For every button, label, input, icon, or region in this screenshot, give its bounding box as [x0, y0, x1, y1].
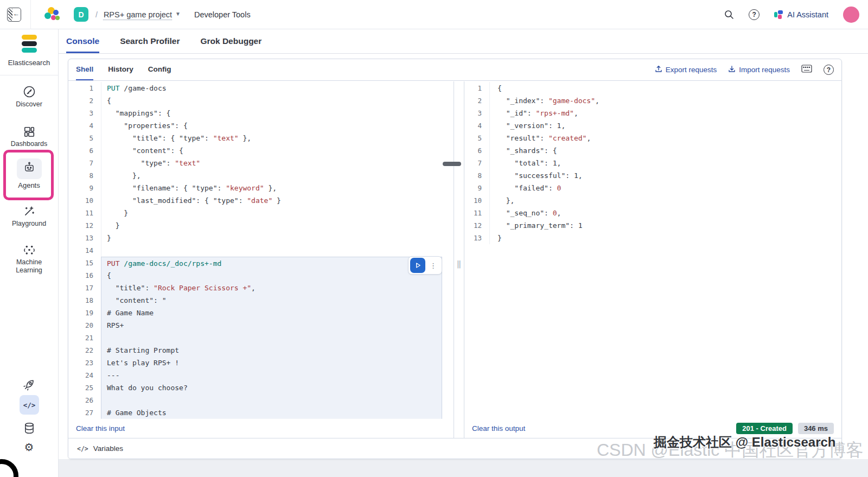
- editor-scrollbar-thumb[interactable]: [443, 162, 461, 166]
- tab-history[interactable]: History: [108, 59, 133, 80]
- code-text[interactable]: What do you choose?: [101, 381, 442, 394]
- code-text[interactable]: "content": {: [101, 144, 442, 157]
- elastic-logo-icon[interactable]: [44, 7, 60, 22]
- code-text[interactable]: }: [101, 207, 442, 219]
- code-text[interactable]: "total": 1,: [489, 157, 841, 169]
- line-number: 8: [68, 169, 101, 182]
- code-text[interactable]: {: [489, 82, 841, 94]
- code-text[interactable]: [101, 244, 442, 257]
- code-text[interactable]: "title": "Rock Paper Scissors +",: [101, 282, 442, 294]
- code-text[interactable]: }: [101, 219, 442, 232]
- tab-grok-debugger[interactable]: Grok Debugger: [200, 29, 261, 53]
- sidebar-item-data[interactable]: [0, 421, 58, 435]
- line-number: 27: [68, 406, 101, 419]
- line-number: 11: [464, 207, 489, 219]
- compass-icon: [0, 85, 58, 99]
- deployment-badge[interactable]: D: [74, 7, 88, 22]
- code-text[interactable]: PUT /game-docs: [101, 82, 442, 94]
- export-requests-button[interactable]: Export requests: [655, 65, 717, 74]
- code-text[interactable]: "content": ": [101, 294, 442, 307]
- sidebar-item-playground[interactable]: [0, 204, 58, 218]
- sidebar-item-dev-tools-active[interactable]: </>: [20, 395, 39, 415]
- line-number: 8: [464, 169, 489, 182]
- code-text[interactable]: "last_modified": { "type": "date" }: [101, 194, 442, 207]
- breadcrumb-project[interactable]: RPS+ game project: [104, 10, 172, 19]
- code-text[interactable]: }: [101, 232, 442, 244]
- code-text[interactable]: },: [101, 169, 442, 182]
- code-text[interactable]: [101, 394, 442, 406]
- code-line: 11 "_seq_no": 0,: [464, 207, 841, 219]
- code-text[interactable]: "_version": 1,: [489, 119, 841, 132]
- tab-config[interactable]: Config: [148, 59, 171, 80]
- code-text[interactable]: "_id": "rps+-md",: [489, 107, 841, 119]
- pane-resizer-handle[interactable]: ‖: [454, 253, 464, 275]
- code-text[interactable]: ---: [101, 369, 442, 381]
- tab-console[interactable]: Console: [66, 29, 99, 53]
- console-help-icon[interactable]: ?: [824, 65, 834, 75]
- ai-assistant-label: AI Assistant: [787, 10, 828, 19]
- code-text[interactable]: # Game Name: [101, 307, 442, 319]
- chevron-down-icon[interactable]: ▼: [175, 11, 181, 17]
- sidebar-item-machine-learning[interactable]: [0, 243, 58, 257]
- import-requests-button[interactable]: Import requests: [728, 65, 790, 74]
- code-line: 20RPS+: [68, 319, 454, 332]
- elasticsearch-logo-icon: [0, 35, 58, 53]
- line-number: 6: [68, 144, 101, 157]
- tab-search-profiler[interactable]: Search Profiler: [120, 29, 180, 53]
- code-text[interactable]: # Starting Prompt: [101, 344, 442, 357]
- request-options-kebab-icon[interactable]: ⋮: [428, 261, 438, 270]
- code-text[interactable]: Let's play RPS+ !: [101, 357, 442, 369]
- code-text[interactable]: "type": "text": [101, 157, 442, 169]
- keyboard-shortcuts-icon[interactable]: [801, 65, 812, 75]
- code-text[interactable]: {: [101, 269, 442, 282]
- code-text[interactable]: "_index": "game-docs",: [489, 94, 841, 107]
- sidebar-item-agents[interactable]: [0, 158, 58, 179]
- gear-icon: ⚙: [24, 441, 34, 453]
- sidebar-item-discover-label[interactable]: Discover: [0, 100, 58, 109]
- clear-output-link[interactable]: Clear this output: [472, 424, 525, 433]
- code-text[interactable]: "mappings": {: [101, 107, 442, 119]
- collapse-sidebar-icon[interactable]: ←: [7, 8, 21, 22]
- code-text[interactable]: },: [489, 194, 841, 207]
- machine-learning-icon: [0, 243, 58, 257]
- response-output-pane[interactable]: 1{2 "_index": "game-docs",3 "_id": "rps+…: [464, 81, 841, 438]
- code-text[interactable]: "result": "created",: [489, 132, 841, 144]
- code-text[interactable]: "_shards": {: [489, 144, 841, 157]
- sidebar-item-machine-learning-label[interactable]: Machine Learning: [0, 258, 58, 275]
- code-text[interactable]: "_primary_term": 1: [489, 219, 841, 232]
- code-text[interactable]: "successful": 1,: [489, 169, 841, 182]
- sidebar-item-dashboards[interactable]: [0, 125, 58, 139]
- request-editor-pane[interactable]: 1PUT /game-docs2{3 "mappings": {4 "prope…: [68, 81, 454, 438]
- code-text[interactable]: PUT /game-docs/_doc/rps+-md: [101, 257, 442, 269]
- code-text[interactable]: "title": { "type": "text" },: [101, 132, 442, 144]
- code-text[interactable]: "failed": 0: [489, 182, 841, 194]
- sidebar-item-rocket[interactable]: [0, 378, 58, 392]
- code-line: 12 "_primary_term": 1: [464, 219, 841, 232]
- help-icon[interactable]: ?: [749, 9, 760, 20]
- line-number: 9: [68, 182, 101, 194]
- sidebar-item-discover[interactable]: [0, 85, 58, 99]
- ai-assistant-button[interactable]: AI Assistant: [774, 10, 828, 19]
- sidebar-item-playground-label[interactable]: Playground: [0, 220, 58, 228]
- code-text[interactable]: }: [489, 232, 841, 244]
- user-avatar[interactable]: [843, 7, 859, 23]
- line-number: 9: [464, 182, 489, 194]
- code-text[interactable]: "_seq_no": 0,: [489, 207, 841, 219]
- code-text[interactable]: [101, 332, 442, 344]
- code-line: 8 "successful": 1,: [464, 169, 841, 182]
- code-text[interactable]: {: [101, 94, 442, 107]
- search-icon[interactable]: [724, 10, 734, 20]
- code-line: 27# Game Objects: [68, 406, 454, 419]
- logo-dot: [55, 16, 60, 20]
- code-text[interactable]: # Game Objects: [101, 406, 442, 419]
- clear-input-link[interactable]: Clear this input: [76, 424, 125, 433]
- code-text[interactable]: "filename": { "type": "keyword" },: [101, 182, 442, 194]
- tab-shell[interactable]: Shell: [76, 59, 93, 80]
- line-number: 23: [68, 357, 101, 369]
- code-text[interactable]: RPS+: [101, 319, 442, 332]
- send-request-button[interactable]: [410, 258, 425, 273]
- sidebar-item-dashboards-label[interactable]: Dashboards: [0, 140, 58, 148]
- code-text[interactable]: "properties": {: [101, 119, 442, 132]
- sidebar-item-agents-label[interactable]: Agents: [0, 181, 58, 189]
- sidebar-item-settings[interactable]: ⚙: [0, 442, 58, 453]
